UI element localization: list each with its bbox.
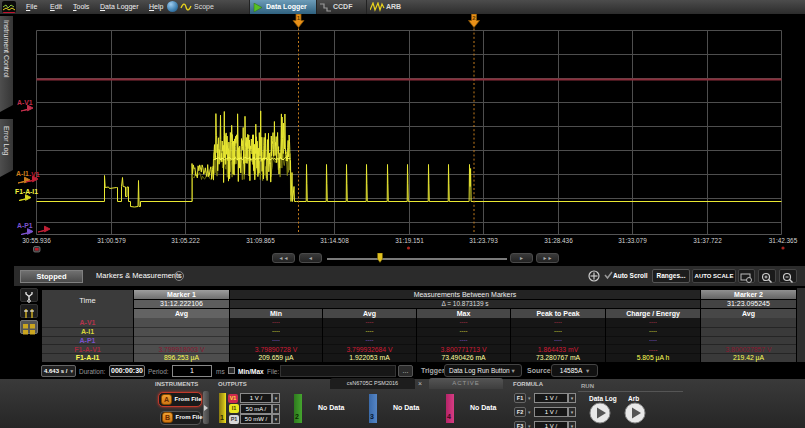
svg-text:31:00.579: 31:00.579 <box>97 237 126 244</box>
svg-text:31:09.865: 31:09.865 <box>246 237 275 244</box>
svg-text:A-P1: A-P1 <box>17 222 33 229</box>
svg-text:31:19.151: 31:19.151 <box>395 237 424 244</box>
svg-text:31:28.436: 31:28.436 <box>544 237 573 244</box>
svg-text:31:23.793: 31:23.793 <box>469 237 498 244</box>
svg-text:31:14.508: 31:14.508 <box>320 237 349 244</box>
svg-text:-V1: -V1 <box>29 171 40 178</box>
svg-text:31:37.722: 31:37.722 <box>693 237 722 244</box>
svg-text:A-V1: A-V1 <box>17 99 33 106</box>
svg-text:F1-A-I1: F1-A-I1 <box>15 188 38 195</box>
svg-text:31:42.365: 31:42.365 <box>769 237 798 244</box>
svg-text:31:05.222: 31:05.222 <box>171 237 200 244</box>
svg-text:31:33.079: 31:33.079 <box>618 237 647 244</box>
svg-text:30:55.936: 30:55.936 <box>22 237 51 244</box>
svg-text:A-I1: A-I1 <box>16 170 29 177</box>
